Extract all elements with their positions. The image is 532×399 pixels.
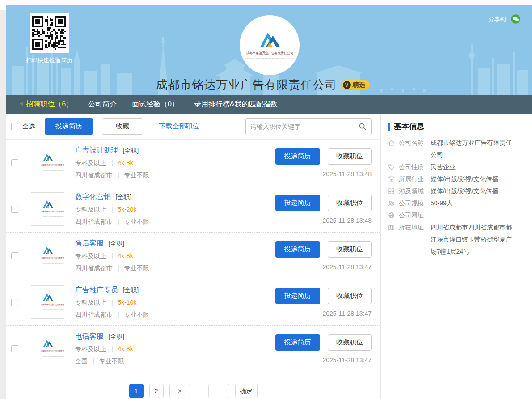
job-type: [全职] [115, 193, 131, 200]
page-jump-input[interactable] [208, 384, 229, 398]
wechat-share-icon[interactable] [511, 14, 520, 24]
tab-company-profile[interactable]: 公司简介 [88, 100, 117, 109]
mountain-logo-icon [41, 292, 55, 301]
job-list-panel: 全选 投递简历 收藏 | 下载全部职位 [6, 114, 381, 399]
mountain-logo-icon [41, 153, 55, 162]
trophy-icon [388, 173, 396, 185]
tag-icon [388, 161, 396, 173]
favorite-job-button[interactable]: 收藏职位 [328, 195, 372, 211]
search-icon[interactable] [359, 123, 367, 131]
toolbar-divider: | [151, 123, 153, 130]
people-icon [388, 197, 396, 209]
download-all-jobs-link[interactable]: 下载全部职位 [159, 122, 199, 131]
job-title[interactable]: 售后客服 [75, 239, 104, 247]
company-banner: 扫码快速投递简历 分享到: 成都市铭达万业广告有限责任公司 CHENGDU MI… [6, 5, 532, 95]
apply-button[interactable]: 投递简历 [275, 195, 320, 211]
info-row-company-size: 公司规模 50-99人 [388, 197, 516, 209]
apply-button[interactable]: 投递简历 [275, 241, 320, 258]
job-education: 专科及以上 [75, 299, 106, 306]
hand-pointer-icon: ☝ [19, 100, 23, 108]
job-location: 四川省成都市 [75, 311, 113, 318]
mountain-logo-icon [41, 199, 55, 208]
job-checkbox[interactable] [11, 252, 18, 259]
job-salary: 5k-10k [118, 299, 136, 306]
info-row-fields-involved: 涉及领域 媒体/出版/影视/文化传播 [388, 185, 516, 197]
job-row: 成都市铭达万业广告有限责任公司 CHENGDU MINGDA WANYE ADV… [6, 279, 380, 326]
company-nav: ☝ 招聘职位（6） 公司简介 面试经验（0） 录用排行榜&我的匹配指数 [6, 95, 532, 114]
job-row: 成都市铭达万业广告有限责任公司 CHENGDU MINGDA WANYE ADV… [6, 140, 380, 186]
info-row-company-name: 公司名称 成都市铭达万业广告有限责任公司 [388, 137, 516, 161]
apply-button[interactable]: 投递简历 [275, 334, 320, 351]
featured-badge-label: 精选 [353, 81, 365, 89]
tab-jobs[interactable]: ☝ 招聘职位（6） [19, 100, 73, 109]
job-major: 专业不限 [124, 218, 149, 225]
page-jump-confirm-button[interactable]: 确定 [235, 384, 258, 398]
job-type: [全职] [122, 147, 139, 154]
favorite-job-button[interactable]: 收藏职位 [328, 288, 372, 304]
logo-text-cn: 成都市铭达万业广告有限责任公司 [246, 51, 293, 55]
company-page: 扫码快速投递简历 分享到: 成都市铭达万业广告有限责任公司 CHENGDU MI… [0, 5, 532, 399]
job-salary: 4k-8k [118, 345, 133, 352]
job-company-logo: 成都市铭达万业广告有限责任公司 CHENGDU MINGDA WANYE ADV… [31, 239, 64, 272]
v-certified-icon: V [343, 81, 351, 89]
job-education: 专科及以上 [75, 159, 106, 166]
logo-text-en: CHENGDU MINGDA WANYE ADVERTISING CO., LT… [245, 57, 294, 59]
job-list-toolbar: 全选 投递简历 收藏 | 下载全部职位 [6, 114, 380, 140]
job-row: 成都市铭达万业广告有限责任公司 CHENGDU MINGDA WANYE ADV… [6, 186, 380, 233]
job-row: 成都市铭达万业广告有限责任公司 CHENGDU MINGDA WANYE ADV… [6, 326, 380, 372]
job-major: 专业不限 [124, 171, 149, 178]
page-2-button[interactable]: 2 [149, 384, 164, 398]
job-title[interactable]: 电话客服 [75, 332, 104, 340]
job-company-logo: 成都市铭达万业广告有限责任公司 CHENGDU MINGDA WANYE ADV… [31, 192, 64, 226]
qr-code-icon [30, 13, 69, 53]
job-education: 专科及以上 [75, 345, 106, 352]
job-title[interactable]: 广告推广专员 [75, 286, 118, 293]
map-icon [388, 221, 396, 258]
job-company-logo: 成都市铭达万业广告有限责任公司 CHENGDU MINGDA WANYE ADV… [31, 146, 64, 179]
job-major: 专业不限 [124, 311, 149, 318]
job-title[interactable]: 数字化营销 [75, 193, 111, 200]
tab-interview-experience[interactable]: 面试经验（0） [132, 100, 179, 109]
info-row-address: 所在地址 四川省成都市四川省成都市都江堰市灌口镇玉带桥街华夏广场7幢1层24号 [388, 221, 516, 258]
job-location: 四川省成都市 [75, 218, 113, 225]
bulk-apply-button[interactable]: 投递简历 [45, 118, 93, 135]
company-logo: 成都市铭达万业广告有限责任公司 CHENGDU MINGDA WANYE ADV… [240, 15, 300, 75]
apply-button[interactable]: 投递简历 [275, 288, 320, 304]
featured-badge: V 精选 [342, 80, 370, 90]
info-row-company-website: 公司网址 [388, 209, 516, 221]
job-location: 四川省成都市 [75, 264, 113, 272]
job-location: 全国 [75, 357, 88, 365]
share-label: 分享到: [488, 15, 507, 23]
job-salary: 4k-8k [118, 252, 133, 259]
apply-button[interactable]: 投递简历 [275, 148, 320, 165]
job-major: 专业不限 [99, 357, 124, 365]
next-page-button[interactable]: > [169, 384, 190, 398]
page-1-button[interactable]: 1 [129, 384, 144, 398]
tab-ranking-match[interactable]: 录用排行榜&我的匹配指数 [194, 100, 278, 109]
job-post-date: 2025-11-28 13:47 [275, 357, 372, 364]
job-checkbox[interactable] [11, 345, 18, 352]
job-salary: 4k-8k [118, 159, 133, 166]
job-checkbox[interactable] [11, 299, 18, 306]
basic-info-panel: 基本信息 公司名称 成都市铭达万业广告有限责任公司 公司性质 民营企业 [381, 114, 522, 399]
job-checkbox[interactable] [11, 206, 18, 213]
select-all-checkbox[interactable] [11, 123, 18, 130]
info-row-industry: 所属行业 媒体/出版/影视/文化传播 [388, 173, 516, 185]
job-location: 四川省成都市 [75, 171, 113, 178]
job-post-date: 2025-11-28 13:48 [275, 170, 372, 178]
favorite-job-button[interactable]: 收藏职位 [328, 241, 372, 258]
qr-resume-block: 扫码快速投递简历 [22, 13, 76, 64]
bulk-favorite-button[interactable]: 收藏 [102, 118, 143, 135]
select-all-label: 全选 [22, 123, 35, 131]
favorite-job-button[interactable]: 收藏职位 [328, 148, 372, 165]
job-company-logo: 成都市铭达万业广告有限责任公司 CHENGDU MINGDA WANYE ADV… [31, 285, 64, 319]
job-title[interactable]: 广告设计助理 [75, 146, 118, 154]
job-type: [全职] [108, 333, 124, 340]
job-checkbox[interactable] [11, 159, 18, 166]
job-search-box [245, 118, 372, 135]
job-row: 成都市铭达万业广告有限责任公司 CHENGDU MINGDA WANYE ADV… [6, 233, 380, 279]
job-post-date: 2025-11-28 13:47 [275, 310, 372, 317]
job-type: [全职] [108, 240, 124, 247]
job-search-input[interactable] [250, 123, 359, 130]
favorite-job-button[interactable]: 收藏职位 [328, 334, 372, 351]
